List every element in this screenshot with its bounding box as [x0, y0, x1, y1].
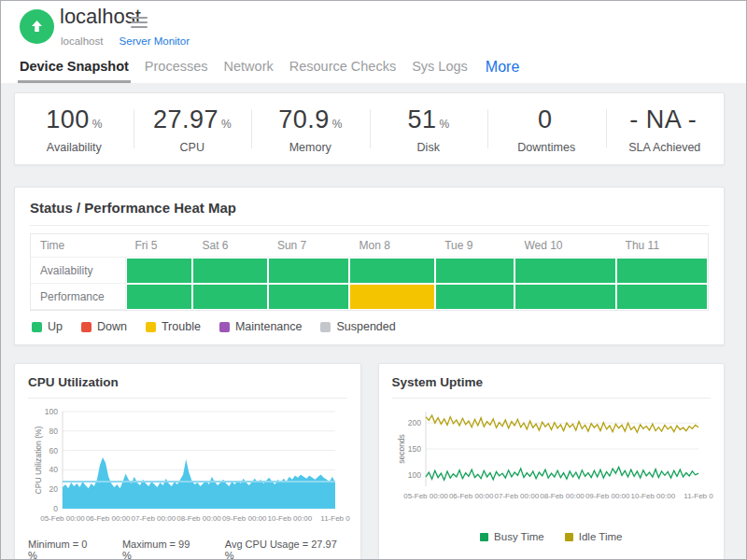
- heatmap-cell-up[interactable]: [616, 258, 708, 284]
- svg-text:seconds: seconds: [397, 434, 406, 464]
- svg-text:150: 150: [408, 444, 421, 454]
- svg-text:40: 40: [49, 465, 58, 474]
- legend-swatch-icon: [565, 533, 573, 541]
- stat-label: Memory: [251, 141, 370, 154]
- tab-more[interactable]: More: [484, 59, 521, 83]
- heatmap-row: Availability: [31, 258, 708, 284]
- svg-text:100: 100: [408, 470, 421, 480]
- header: localhost localhost Server Monitor Devic…: [1, 1, 746, 83]
- svg-text:09-Feb 00:00: 09-Feb 00:00: [222, 514, 267, 523]
- heatmap-cell-trouble[interactable]: [349, 284, 435, 310]
- stat-cpu: 27.97% CPU: [134, 105, 252, 154]
- heatmap-card: Status / Performance Heat Map TimeFri 5S…: [14, 187, 725, 345]
- heatmap-row: Performance: [31, 284, 708, 310]
- breadcrumb: localhost Server Monitor: [61, 35, 190, 47]
- legend-swatch-icon: [219, 322, 230, 332]
- heatmap-cell-up[interactable]: [268, 284, 350, 310]
- legend-item-up: Up: [32, 320, 63, 333]
- svg-text:100: 100: [45, 407, 58, 416]
- svg-text:80: 80: [49, 427, 58, 436]
- tab-processes[interactable]: Processes: [143, 59, 210, 83]
- svg-text:0: 0: [53, 504, 58, 513]
- hamburger-menu-icon[interactable]: [131, 17, 148, 31]
- stat-disk: 51% Disk: [370, 105, 488, 154]
- tab-bar: Device Snapshot Processes Network Resour…: [18, 59, 521, 83]
- legend-item-down: Down: [81, 320, 127, 333]
- svg-text:05-Feb 00:00: 05-Feb 00:00: [40, 514, 85, 523]
- heatmap-cell-up[interactable]: [616, 284, 708, 310]
- legend-item-trouble: Trouble: [146, 320, 201, 333]
- legend-item-suspended: Suspended: [320, 320, 395, 333]
- svg-text:07-Feb 00:00: 07-Feb 00:00: [495, 492, 540, 500]
- stat-value: 0: [538, 105, 553, 133]
- up-arrow-icon: [29, 19, 45, 35]
- heatmap-cell-up[interactable]: [268, 258, 350, 284]
- stat-availability: 100% Availability: [15, 105, 134, 154]
- tab-device-snapshot[interactable]: Device Snapshot: [18, 59, 131, 83]
- system-uptime-chart: 10015020005-Feb 00:0006-Feb 00:0007-Feb …: [396, 406, 706, 503]
- heatmap-column-header: Mon 8: [349, 234, 435, 258]
- svg-text:11-Feb 0: 11-Feb 0: [684, 492, 714, 500]
- summary-stats-card: 100% Availability 27.97% CPU 70.9% Memor…: [14, 92, 725, 165]
- heatmap-header-row: TimeFri 5Sat 6Sun 7Mon 8Tue 9Wed 10Thu 1…: [31, 234, 708, 258]
- legend-item-idle-time: Idle Time: [565, 531, 623, 542]
- uptime-chart-title: System Uptime: [392, 375, 712, 399]
- stat-label: CPU: [134, 141, 252, 154]
- svg-text:06-Feb 00:00: 06-Feb 00:00: [86, 514, 131, 523]
- stat-value: 27.97: [153, 105, 218, 133]
- heatmap-cell-up[interactable]: [514, 258, 615, 284]
- heatmap-legend: UpDownTroubleMaintenanceSuspended: [30, 320, 709, 333]
- stat-label: SLA Achieved: [606, 141, 725, 154]
- main-content: 100% Availability 27.97% CPU 70.9% Memor…: [1, 83, 746, 560]
- tab-resource-checks[interactable]: Resource Checks: [288, 59, 398, 83]
- svg-text:60: 60: [49, 446, 58, 455]
- system-uptime-card: System Uptime 10015020005-Feb 00:0006-Fe…: [378, 363, 726, 560]
- heatmap-column-header: Fri 5: [126, 234, 193, 258]
- heatmap-cell-up[interactable]: [435, 284, 514, 310]
- svg-text:11-Feb 0: 11-Feb 0: [320, 514, 350, 523]
- legend-swatch-icon: [480, 533, 488, 541]
- cpu-utilization-chart: 02040608010005-Feb 00:0006-Feb 00:0007-F…: [33, 406, 343, 525]
- svg-text:06-Feb 00:00: 06-Feb 00:00: [449, 492, 494, 500]
- svg-text:10-Feb 00:00: 10-Feb 00:00: [631, 492, 676, 500]
- heatmap-cell-up[interactable]: [126, 284, 193, 310]
- legend-swatch-icon: [32, 322, 42, 332]
- cpu-maximum: Maximum = 99 %: [122, 539, 201, 560]
- svg-text:200: 200: [408, 418, 421, 427]
- heatmap-column-header: Tue 9: [435, 234, 514, 258]
- legend-swatch-icon: [146, 322, 156, 332]
- svg-text:CPU Utilization (%): CPU Utilization (%): [34, 426, 43, 494]
- legend-item-maintenance: Maintenance: [219, 320, 303, 333]
- stat-value: - NA -: [629, 105, 697, 133]
- heatmap-cell-up[interactable]: [126, 258, 193, 284]
- monitor-status-icon: [20, 9, 54, 44]
- tab-sys-logs[interactable]: Sys Logs: [410, 59, 470, 83]
- monitor-name: localhost: [61, 35, 103, 47]
- svg-text:10-Feb 00:00: 10-Feb 00:00: [267, 514, 312, 523]
- tab-network[interactable]: Network: [222, 59, 275, 83]
- heatmap-row-label: Performance: [31, 284, 126, 310]
- stat-sla: - NA - SLA Achieved: [606, 105, 725, 154]
- monitor-type-link[interactable]: Server Monitor: [120, 35, 190, 47]
- legend-swatch-icon: [320, 322, 331, 332]
- svg-text:07-Feb 00:00: 07-Feb 00:00: [131, 514, 176, 523]
- heatmap-column-header: Thu 11: [616, 234, 708, 258]
- heatmap-column-header: Sun 7: [268, 234, 350, 258]
- stat-label: Downtimes: [487, 141, 606, 154]
- heatmap-table: TimeFri 5Sat 6Sun 7Mon 8Tue 9Wed 10Thu 1…: [30, 233, 709, 311]
- heatmap-column-header: Wed 10: [514, 234, 615, 258]
- uptime-chart-legend: Busy TimeIdle Time: [392, 531, 712, 542]
- stat-value: 51: [407, 105, 436, 133]
- heatmap-cell-up[interactable]: [349, 258, 435, 284]
- heatmap-cell-up[interactable]: [514, 284, 615, 310]
- stat-label: Availability: [15, 141, 134, 154]
- heatmap-cell-up[interactable]: [435, 258, 514, 284]
- heatmap-cell-up[interactable]: [192, 284, 267, 310]
- cpu-chart-footer: Minimum = 0 % Maximum = 99 % Avg CPU Usa…: [28, 539, 347, 560]
- svg-text:09-Feb 00:00: 09-Feb 00:00: [585, 492, 630, 500]
- legend-swatch-icon: [81, 322, 92, 332]
- heatmap-cell-up[interactable]: [192, 258, 267, 284]
- svg-text:05-Feb 00:00: 05-Feb 00:00: [403, 492, 448, 500]
- heatmap-column-header: Sat 6: [192, 234, 267, 258]
- cpu-average: Avg CPU Usage = 27.97 %: [225, 539, 347, 560]
